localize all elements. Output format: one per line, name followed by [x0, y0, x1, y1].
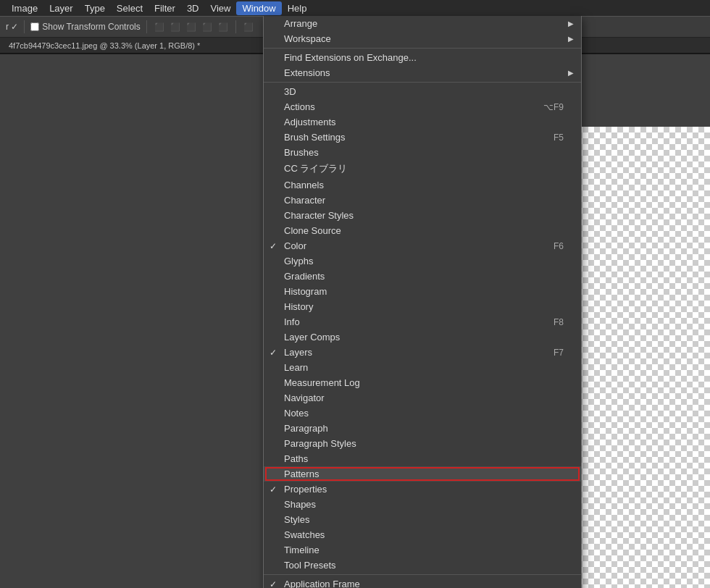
sep-2	[264, 82, 581, 83]
document-title: 4f7cb94479c3cec11.jpeg @ 33.3% (Layer 1,…	[9, 41, 200, 50]
transform-controls-checkbox[interactable]	[30, 22, 39, 31]
menu-bar: Image Layer Type Select Filter 3D View W…	[0, 0, 710, 16]
brush-settings-label: Brush Settings	[284, 132, 346, 143]
menu-gradients[interactable]: Gradients	[264, 269, 581, 284]
color-label: Color	[284, 240, 306, 251]
arrange-label: Arrange	[284, 18, 317, 29]
extensions-label: Extensions	[284, 67, 330, 78]
menu-measurement-log[interactable]: Measurement Log	[264, 375, 581, 390]
menu-navigator[interactable]: Navigator	[264, 390, 581, 406]
menu-timeline[interactable]: Timeline	[264, 542, 581, 558]
menu-patterns[interactable]: Patterns	[264, 466, 581, 482]
find-extensions-label: Find Extensions on Exchange...	[284, 52, 417, 63]
menu-layer-comps[interactable]: Layer Comps	[264, 329, 581, 345]
navigator-label: Navigator	[284, 392, 325, 403]
menu-filter[interactable]: Filter	[149, 1, 181, 15]
menu-character-styles[interactable]: Character Styles	[264, 208, 581, 223]
distribute-icon[interactable]: ⬛	[242, 20, 255, 33]
actions-label: Actions	[284, 101, 315, 112]
toolbar-sep-1	[24, 20, 25, 33]
menu-3d[interactable]: 3D	[264, 84, 581, 99]
menu-cc-library[interactable]: CC ライブラリ	[264, 160, 581, 177]
align-left-icon[interactable]: ⬛	[153, 20, 166, 33]
patterns-wrapper: Patterns	[264, 466, 581, 482]
menu-workspace[interactable]: Workspace	[264, 31, 581, 46]
menu-color[interactable]: ✓ Color F6	[264, 238, 581, 253]
menu-channels[interactable]: Channels	[264, 177, 581, 193]
actions-shortcut: ⌥F9	[543, 102, 564, 112]
menu-history[interactable]: History	[264, 299, 581, 314]
show-transform-controls[interactable]: Show Transform Controls	[30, 22, 140, 32]
menu-swatches[interactable]: Swatches	[264, 527, 581, 542]
menu-shapes[interactable]: Shapes	[264, 497, 581, 512]
menu-info[interactable]: Info F8	[264, 314, 581, 329]
menu-layer[interactable]: Layer	[43, 1, 79, 15]
clone-source-label: Clone Source	[284, 225, 341, 236]
menu-arrange[interactable]: Arrange	[264, 16, 581, 31]
menu-learn[interactable]: Learn	[264, 360, 581, 375]
menu-paths[interactable]: Paths	[264, 451, 581, 466]
swatches-label: Swatches	[284, 529, 325, 540]
histogram-label: Histogram	[284, 286, 327, 297]
menu-image[interactable]: Image	[6, 1, 43, 15]
menu-notes[interactable]: Notes	[264, 406, 581, 421]
menu-styles[interactable]: Styles	[264, 512, 581, 527]
channels-label: Channels	[284, 180, 324, 190]
notes-label: Notes	[284, 408, 309, 419]
menu-clone-source[interactable]: Clone Source	[264, 223, 581, 238]
3d-label: 3D	[284, 86, 296, 97]
workspace-label: Workspace	[284, 33, 331, 44]
properties-label: Properties	[284, 484, 327, 495]
cc-library-label: CC ライブラリ	[284, 162, 347, 175]
toolbar-sep-3	[235, 20, 236, 33]
menu-adjustments[interactable]: Adjustments	[264, 114, 581, 130]
application-frame-label: Application Frame	[284, 579, 360, 588]
menu-properties[interactable]: ✓ Properties	[264, 482, 581, 497]
menu-glyphs[interactable]: Glyphs	[264, 253, 581, 269]
align-top-icon[interactable]: ⬛	[201, 20, 214, 33]
gradients-label: Gradients	[284, 271, 325, 282]
menu-window[interactable]: Window	[236, 1, 281, 15]
styles-label: Styles	[284, 514, 309, 525]
show-transform-label: Show Transform Controls	[42, 22, 140, 32]
paragraph-styles-label: Paragraph Styles	[284, 438, 356, 449]
align-middle-icon[interactable]: ⬛	[217, 20, 230, 33]
menu-application-frame[interactable]: ✓ Application Frame	[264, 576, 581, 588]
menu-histogram[interactable]: Histogram	[264, 284, 581, 299]
menu-select[interactable]: Select	[111, 1, 149, 15]
tool-presets-label: Tool Presets	[284, 560, 336, 571]
glyphs-label: Glyphs	[284, 256, 313, 266]
align-right-icon[interactable]: ⬛	[185, 20, 198, 33]
history-label: History	[284, 301, 313, 312]
align-center-icon[interactable]: ⬛	[169, 20, 182, 33]
measurement-log-label: Measurement Log	[284, 377, 360, 388]
adjustments-label: Adjustments	[284, 117, 336, 127]
layer-comps-label: Layer Comps	[284, 332, 340, 343]
menu-layers[interactable]: ✓ Layers F7	[264, 345, 581, 360]
menu-paragraph[interactable]: Paragraph	[264, 421, 581, 436]
menu-type[interactable]: Type	[79, 1, 111, 15]
menu-paragraph-styles[interactable]: Paragraph Styles	[264, 436, 581, 451]
menu-tool-presets[interactable]: Tool Presets	[264, 558, 581, 573]
patterns-label: Patterns	[284, 469, 319, 479]
paths-label: Paths	[284, 453, 308, 464]
timeline-label: Timeline	[284, 545, 320, 555]
application-frame-check: ✓	[270, 579, 277, 589]
shapes-label: Shapes	[284, 499, 316, 510]
character-styles-label: Character Styles	[284, 210, 354, 221]
layers-check: ✓	[270, 348, 277, 358]
toolbar-sep-2	[146, 20, 147, 33]
brush-settings-shortcut: F5	[554, 133, 564, 143]
menu-character[interactable]: Character	[264, 193, 581, 208]
menu-find-extensions[interactable]: Find Extensions on Exchange...	[264, 50, 581, 65]
menu-help[interactable]: Help	[282, 1, 313, 15]
menu-3d[interactable]: 3D	[181, 1, 205, 15]
info-label: Info	[284, 316, 300, 327]
menu-extensions[interactable]: Extensions	[264, 65, 581, 80]
layers-shortcut: F7	[554, 348, 564, 358]
menu-view[interactable]: View	[205, 1, 237, 15]
menu-actions[interactable]: Actions ⌥F9	[264, 99, 581, 114]
menu-brush-settings[interactable]: Brush Settings F5	[264, 130, 581, 145]
menu-brushes[interactable]: Brushes	[264, 145, 581, 160]
learn-label: Learn	[284, 362, 308, 373]
